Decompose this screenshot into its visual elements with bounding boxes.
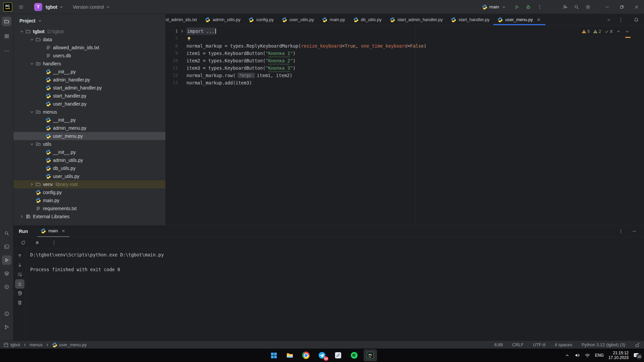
notification-center-button[interactable]: 15: [633, 352, 639, 358]
search-everywhere-button[interactable]: [571, 1, 582, 13]
code-line[interactable]: 10item2 = types.KeyboardButton("Кнопка 2…: [166, 57, 644, 64]
taskbar-pycharm-button[interactable]: PC: [364, 349, 377, 361]
more-tool-windows-button[interactable]: [2, 46, 11, 56]
run-panel-options-button[interactable]: [616, 226, 626, 236]
hide-run-panel-button[interactable]: [629, 226, 639, 236]
python-console-button[interactable]: [2, 242, 11, 251]
taskbar-spotify-button[interactable]: [347, 349, 361, 361]
hidden-tabs-button[interactable]: [604, 15, 614, 25]
tree-item-external-libraries[interactable]: External Libraries: [13, 213, 165, 221]
fold-marker-icon[interactable]: [178, 28, 186, 34]
keyboard-language[interactable]: ENG: [595, 353, 604, 358]
code-with-me-button[interactable]: [559, 1, 571, 13]
chevron-right-icon[interactable]: [18, 214, 25, 219]
run-configuration-selector[interactable]: main: [482, 4, 506, 10]
breadcrumb-user-menu-py[interactable]: user_menu.py: [52, 342, 87, 348]
wifi-icon[interactable]: [585, 353, 590, 358]
restore-window-button[interactable]: [614, 0, 629, 14]
tree-item-menus[interactable]: menus: [13, 108, 165, 116]
console-output[interactable]: D:\tgbot\venv\Scripts\python.exe D:\tgbo…: [26, 248, 644, 341]
editor-tab-main-py[interactable]: main.py: [318, 14, 349, 25]
project-avatar[interactable]: T: [34, 3, 42, 11]
debug-button[interactable]: [523, 1, 534, 13]
problems-button[interactable]: [2, 309, 11, 318]
status-widget-utf-8[interactable]: UTF-8: [533, 342, 545, 347]
tree-item-user-menu-py[interactable]: user_menu.py: [13, 132, 165, 140]
version-control-button[interactable]: [2, 322, 11, 332]
status-widget-6-89[interactable]: 6:89: [494, 342, 503, 347]
passed-inspections-count[interactable]: 8: [604, 29, 612, 34]
tree-item-utils[interactable]: utils: [13, 140, 165, 148]
main-menu-button[interactable]: [16, 2, 26, 12]
chevron-right-icon[interactable]: [28, 182, 36, 187]
editor-tab-start-handler-py[interactable]: start_handler.py: [447, 14, 494, 25]
clock[interactable]: 21:15:12 17.10.2023: [608, 351, 629, 360]
breadcrumb-menus[interactable]: menus: [30, 342, 43, 347]
previous-problem-button[interactable]: [616, 29, 621, 34]
run-button[interactable]: [511, 1, 523, 13]
speaker-icon[interactable]: [575, 353, 580, 358]
tree-item-db-utils-py[interactable]: db_utils.py: [13, 164, 165, 172]
run-tool-window-button[interactable]: [2, 255, 11, 265]
tree-item-users-db[interactable]: users.db: [13, 52, 165, 60]
code-line[interactable]: 11item3 = types.KeyboardButton("Кнопка 3…: [166, 64, 644, 72]
tree-item-init-py[interactable]: __init__.py: [13, 68, 165, 76]
chevron-down-icon[interactable]: [28, 109, 36, 115]
tree-item-user-utils-py[interactable]: user_utils.py: [13, 172, 165, 180]
warnings-count[interactable]: 5: [582, 29, 590, 34]
close-run-tab-icon[interactable]: [61, 228, 66, 234]
taskbar-file-explorer-button[interactable]: [283, 349, 297, 361]
code-line[interactable]: 1import ...: [166, 27, 644, 35]
code-line[interactable]: 7: [166, 35, 644, 42]
project-selector[interactable]: tgbot: [46, 4, 64, 10]
editor-tab-admin-utils-py[interactable]: admin_utils.py: [201, 14, 245, 25]
project-folder-button[interactable]: [2, 17, 11, 26]
tree-item-admin-menu-py[interactable]: admin_menu.py: [13, 124, 165, 132]
minimize-window-button[interactable]: [600, 0, 614, 14]
tree-item-venv[interactable]: venvlibrary root: [13, 180, 165, 188]
chevron-down-icon[interactable]: [28, 141, 36, 147]
code-editor[interactable]: 1import ...78normal_markup = types.Reply…: [166, 25, 644, 225]
next-problem-button[interactable]: [625, 29, 630, 34]
project-panel-header[interactable]: Project: [13, 14, 165, 27]
rerun-button[interactable]: [18, 238, 28, 248]
code-line[interactable]: 13normal_markup.add(item3): [166, 79, 644, 86]
packages-button[interactable]: [2, 269, 11, 278]
run-toolbar-more-button[interactable]: [49, 238, 59, 248]
arrow-up-button[interactable]: [15, 251, 24, 260]
lock-open-icon[interactable]: [635, 342, 640, 348]
scroll-to-end-button[interactable]: [15, 279, 24, 289]
code-line[interactable]: 8normal_markup = types.ReplyKeyboardMark…: [166, 42, 644, 50]
code-line[interactable]: 9item1 = types.KeyboardButton("Кнопка 1"…: [166, 50, 644, 57]
close-tab-icon[interactable]: [536, 17, 541, 22]
chevron-down-icon[interactable]: [28, 61, 36, 66]
tree-item-data[interactable]: data: [13, 36, 165, 44]
clear-all-button[interactable]: [15, 298, 24, 307]
status-widget-crlf[interactable]: CRLF: [512, 342, 524, 347]
tree-item-requirements-txt[interactable]: requirements.txt: [13, 204, 165, 213]
inspections-widget[interactable]: 5 2 8: [580, 28, 631, 35]
tree-item-start-handler-py[interactable]: start_handler.py: [13, 92, 165, 100]
tree-item-init-py[interactable]: __init__.py: [13, 116, 165, 124]
search-button[interactable]: [2, 229, 11, 238]
close-window-button[interactable]: [629, 0, 644, 14]
stop-button[interactable]: [32, 238, 42, 248]
taskbar-telegram-button[interactable]: 50: [315, 349, 329, 361]
chevron-down-icon[interactable]: [18, 29, 25, 34]
services-button[interactable]: [2, 282, 11, 292]
tray-chevron-icon[interactable]: [565, 353, 570, 358]
print-button[interactable]: [15, 289, 24, 298]
soft-wrap-button[interactable]: [15, 270, 24, 279]
tree-item-admin-utils-py[interactable]: admin_utils.py: [13, 156, 165, 164]
breadcrumb-tgbot[interactable]: tgbot: [3, 342, 20, 348]
taskbar-chrome-button[interactable]: [299, 349, 313, 361]
editor-tab-config-py[interactable]: config.py: [245, 14, 278, 25]
tab-options-button[interactable]: [616, 15, 626, 25]
settings-button[interactable]: [582, 1, 594, 13]
version-control-menu[interactable]: Version control: [73, 4, 111, 10]
tree-item-config-py[interactable]: config.py: [13, 188, 165, 196]
tree-item-init-py[interactable]: __init__.py: [13, 148, 165, 156]
editor-tab-db-utils-py[interactable]: db_utils.py: [349, 14, 386, 25]
weak-warnings-count[interactable]: 2: [593, 29, 601, 34]
structure-button[interactable]: [2, 32, 11, 41]
